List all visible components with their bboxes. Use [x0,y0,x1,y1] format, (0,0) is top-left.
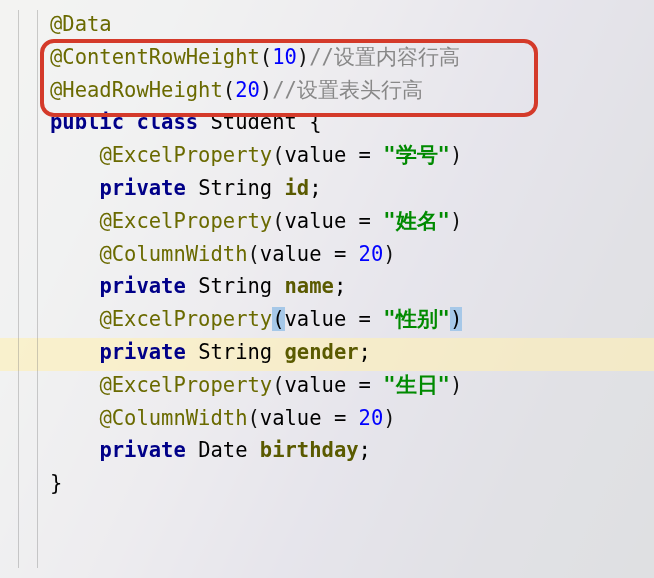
keyword: private [99,438,185,462]
brace: { [309,110,321,134]
indent-guide [18,10,19,568]
semicolon: ; [359,340,371,364]
code-line: @ColumnWidth(value = 20) [50,242,396,266]
code-line: } [50,471,62,495]
annotation: @ExcelProperty [99,143,272,167]
code-line: private String gender; [50,340,371,364]
number-literal: 10 [272,45,297,69]
param-name: value = [285,209,384,233]
annotation: @ExcelProperty [99,209,272,233]
identifier: id [285,176,310,200]
number-literal: 20 [235,78,260,102]
annotation: @ColumnWidth [99,406,247,430]
param-name: value = [285,373,384,397]
brace: } [50,471,62,495]
string-literal: "生日" [383,373,450,397]
param-name: value = [285,143,384,167]
annotation: @ExcelProperty [99,307,272,331]
type: String [198,340,272,364]
keyword: private [99,340,185,364]
param-name: value = [260,242,359,266]
param-name: value = [285,307,384,331]
keyword: private [99,176,185,200]
code-editor[interactable]: @Data @ContentRowHeight(10)//设置内容行高 @Hea… [0,0,654,578]
code-line: @ExcelProperty(value = "学号") [50,143,462,167]
keyword: private [99,274,185,298]
code-line: private String name; [50,274,346,298]
number-literal: 20 [359,406,384,430]
semicolon: ; [309,176,321,200]
code-line: private String id; [50,176,322,200]
type: String [198,176,272,200]
number-literal: 20 [359,242,384,266]
annotation: @ContentRowHeight [50,45,260,69]
code-line: @ExcelProperty(value = "性别") [50,307,462,331]
string-literal: "学号" [383,143,450,167]
semicolon: ; [334,274,346,298]
identifier: gender [285,340,359,364]
keyword: public [50,110,124,134]
keyword: class [136,110,198,134]
type: String [198,274,272,298]
code-line: private Date birthday; [50,438,371,462]
code-line: @ExcelProperty(value = "生日") [50,373,462,397]
semicolon: ; [359,438,371,462]
param-name: value = [260,406,359,430]
comment: //设置内容行高 [309,45,460,69]
identifier: name [285,274,334,298]
code-line: @ExcelProperty(value = "姓名") [50,209,462,233]
code-line: public class Student { [50,110,322,134]
class-name: Student [210,110,296,134]
annotation: @ExcelProperty [99,373,272,397]
annotation: @ColumnWidth [99,242,247,266]
code-line: @HeadRowHeight(20)//设置表头行高 [50,78,423,102]
code-line: @ColumnWidth(value = 20) [50,406,396,430]
type: Date [198,438,247,462]
annotation: @Data [50,12,112,36]
code-line: @ContentRowHeight(10)//设置内容行高 [50,45,460,69]
identifier: birthday [260,438,359,462]
code-content: @Data @ContentRowHeight(10)//设置内容行高 @Hea… [50,8,462,500]
string-literal: "性别" [383,307,450,331]
code-line: @Data [50,12,112,36]
comment: //设置表头行高 [272,78,423,102]
indent-guide [37,10,38,568]
annotation: @HeadRowHeight [50,78,223,102]
string-literal: "姓名" [383,209,450,233]
